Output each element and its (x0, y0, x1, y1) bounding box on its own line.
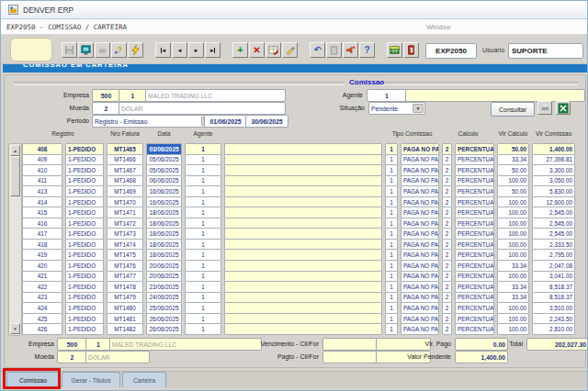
cell-nro-fatura[interactable]: MT1467 (107, 164, 143, 176)
moeda-code-field[interactable]: 2 (92, 102, 120, 115)
cell-tipo-registro[interactable]: 1-PEDIDO (65, 323, 104, 335)
delete-icon[interactable]: ✕ (249, 42, 265, 58)
scroll-up-icon[interactable]: ▲ (10, 145, 20, 156)
tab-gerar-titulos[interactable]: Gerar - Titulos (62, 372, 120, 387)
cell-calculo-desc[interactable]: PERCENTUAL (455, 281, 494, 293)
cell-vlr-calculo[interactable]: 100.00 (497, 302, 529, 314)
print-report-icon[interactable] (537, 101, 552, 115)
cell-registro[interactable]: 420 (22, 260, 62, 272)
table-row[interactable]: 410 1-PEDIDO MT1467 05/06/2025 1 1 PAGA … (22, 164, 575, 175)
empresa-code-field[interactable]: 500 (92, 89, 120, 102)
cell-tipo-registro[interactable]: 1-PEDIDO (65, 281, 104, 293)
agente-name-field[interactable] (405, 89, 585, 102)
cell-tipo-registro[interactable]: 1-PEDIDO (65, 207, 104, 218)
cell-registro[interactable]: 413 (22, 185, 62, 197)
cell-tipo-comissao-cod[interactable]: 1 (385, 143, 398, 155)
cell-agente[interactable]: 1 (185, 302, 221, 314)
table-row[interactable]: 415 1-PEDIDO MT1471 18/06/2025 1 1 PAGA … (22, 207, 575, 218)
exit-icon[interactable] (403, 42, 419, 58)
summary-empresa-seq[interactable]: 1 (85, 338, 111, 351)
cell-vlr-calculo[interactable]: 33.34 (497, 281, 529, 293)
program-code-box[interactable]: EXP2050 (425, 43, 477, 59)
cell-calculo-desc[interactable]: PERCENTUAL (455, 207, 494, 218)
excel-export-icon[interactable] (556, 101, 571, 115)
help-icon[interactable]: ? (359, 42, 375, 58)
cell-tipo-registro[interactable]: 1-PEDIDO (65, 164, 104, 176)
table-row[interactable]: 425 1-PEDIDO MT1481 26/06/2025 1 1 PAGA … (22, 313, 575, 324)
cell-calculo-desc[interactable]: PERCENTUAL (455, 143, 494, 155)
vlr-pago-field[interactable]: 0.00 (455, 338, 508, 351)
periodo-combobox[interactable]: Registro - Emissao ▼ (92, 115, 214, 128)
cell-agente[interactable]: 1 (185, 164, 221, 176)
scrollbar-thumb[interactable] (10, 156, 20, 196)
empresa-seq-field[interactable]: 1 (119, 89, 147, 102)
cell-vlr-calculo[interactable]: 50.00 (497, 143, 529, 155)
table-row[interactable]: 421 1-PEDIDO MT1477 20/06/2025 1 1 PAGA … (22, 271, 575, 282)
cell-data[interactable]: 26/06/2025 (146, 323, 182, 335)
cell-nro-fatura[interactable]: MT1471 (107, 207, 143, 218)
cell-tipo-comissao-desc[interactable]: PAGA NO PA (401, 164, 439, 176)
cell-calculo-cod[interactable]: 2 (442, 164, 452, 176)
vencimento-field-1[interactable] (322, 338, 378, 351)
table-row[interactable]: 424 1-PEDIDO MT1480 25/06/2025 1 1 PAGA … (22, 302, 575, 313)
first-record-icon[interactable]: ◂ (155, 42, 171, 58)
periodo-to-field[interactable]: 30/06/2025 (245, 115, 288, 128)
cell-calculo-cod[interactable]: 2 (442, 185, 452, 197)
cell-registro[interactable]: 408 (22, 143, 62, 155)
previous-record-icon[interactable]: ◂ (172, 42, 187, 58)
cell-vlr-comissao[interactable]: 1,400.00 (532, 143, 575, 155)
cell-tipo-comissao-desc[interactable]: PAGA NO PA (401, 302, 439, 314)
cell-data[interactable]: 25/06/2025 (146, 302, 182, 314)
paste-icon[interactable] (326, 42, 342, 58)
alert-icon[interactable] (343, 42, 358, 58)
valor-pendente-field[interactable]: 1,400.00 (455, 351, 508, 363)
cell-data[interactable]: 20/06/2025 (146, 260, 182, 272)
summary-moeda-name[interactable]: DOLAR (85, 351, 150, 363)
cell-data[interactable]: 03/06/2025 (146, 143, 182, 155)
cell-agente[interactable]: 1 (185, 281, 221, 293)
cell-tipo-comissao-cod[interactable]: 1 (385, 164, 398, 176)
summary-empresa-code[interactable]: 500 (57, 338, 87, 351)
cell-calculo-desc[interactable]: PERCENTUAL (455, 164, 494, 176)
cell-nro-fatura[interactable]: MT1482 (107, 323, 143, 335)
cell-registro[interactable]: 424 (22, 302, 62, 314)
cell-data[interactable]: 18/06/2025 (146, 207, 182, 218)
last-record-icon[interactable]: ▸ (205, 42, 220, 58)
cell-tipo-registro[interactable]: 1-PEDIDO (65, 302, 104, 314)
cell-calculo-cod[interactable]: 2 (442, 281, 452, 293)
cell-tipo-comissao-cod[interactable]: 1 (385, 281, 398, 293)
table-row[interactable]: 417 1-PEDIDO MT1473 18/06/2025 1 1 PAGA … (22, 228, 575, 239)
chevron-down-icon[interactable]: ▼ (413, 104, 424, 113)
cell-agente[interactable]: 1 (185, 185, 221, 197)
shortcut-icon[interactable] (128, 42, 143, 58)
empresa-name-field[interactable]: MALED TRADING LLC (145, 89, 286, 102)
menu-window[interactable]: Window (426, 23, 451, 31)
modify-icon[interactable] (282, 42, 298, 58)
periodo-from-field[interactable]: 01/06/2025 (204, 115, 247, 128)
cell-calculo-desc[interactable]: PERCENTUAL (455, 185, 494, 197)
cell-vlr-calculo[interactable]: 50.00 (497, 185, 529, 197)
cell-registro[interactable]: 410 (22, 164, 62, 176)
table-row[interactable]: 423 1-PEDIDO MT1479 24/06/2025 1 1 PAGA … (22, 292, 575, 303)
table-row[interactable]: 426 1-PEDIDO MT1482 26/06/2025 1 1 PAGA … (22, 323, 575, 334)
table-row[interactable]: 411 1-PEDIDO MT1468 06/06/2025 1 1 PAGA … (22, 175, 575, 186)
cell-tipo-comissao-desc[interactable]: PAGA NO PA (401, 207, 439, 218)
cell-calculo-desc[interactable]: PERCENTUAL (455, 260, 494, 272)
cell-tipo-registro[interactable]: 1-PEDIDO (65, 143, 104, 155)
undo-icon[interactable]: ↶ (310, 42, 325, 58)
cell-descricao[interactable] (224, 164, 382, 176)
cell-vlr-comissao[interactable]: 2,810.00 (532, 323, 575, 335)
cell-tipo-comissao-desc[interactable]: PAGA NO PA (401, 323, 439, 335)
cell-calculo-cod[interactable]: 2 (442, 260, 452, 272)
cell-vlr-calculo[interactable]: 100.00 (497, 207, 529, 218)
cell-agente[interactable]: 1 (185, 207, 221, 218)
cell-descricao[interactable] (224, 302, 382, 314)
cell-nro-fatura[interactable]: MT1476 (107, 260, 143, 272)
cell-agente[interactable]: 1 (185, 260, 221, 272)
cell-calculo-cod[interactable]: 2 (442, 143, 452, 155)
cell-tipo-comissao-cod[interactable]: 1 (385, 207, 398, 218)
situacao-combobox[interactable]: Pendente ▼ (368, 102, 425, 115)
edit-grid-icon[interactable] (266, 42, 281, 58)
cell-tipo-comissao-cod[interactable]: 1 (385, 302, 398, 314)
calculator-icon[interactable] (387, 42, 402, 58)
